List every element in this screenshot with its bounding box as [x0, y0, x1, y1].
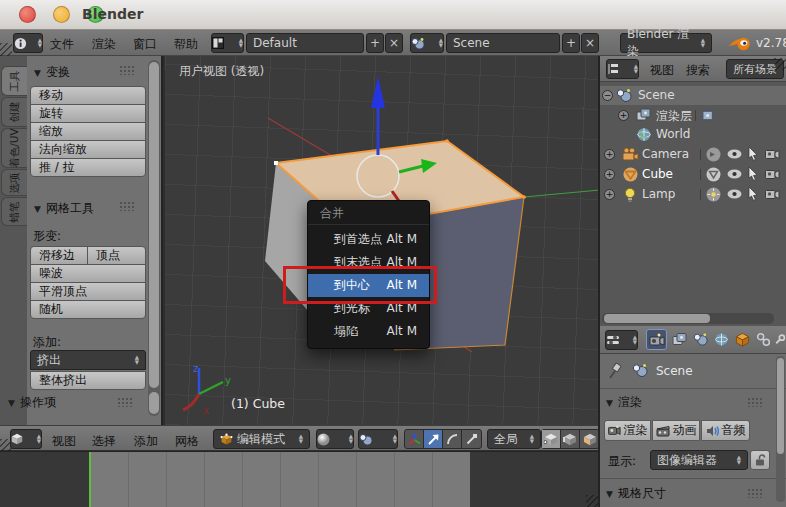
expand-toggle-icon[interactable]: + [604, 189, 615, 200]
panel-grip[interactable] [120, 66, 135, 75]
properties-scrollbar-thumb[interactable] [777, 358, 784, 454]
visibility-eye-icon[interactable] [727, 189, 742, 199]
edge-slide-button[interactable]: 滑移边 [30, 246, 88, 265]
properties-scrollbar[interactable] [776, 356, 785, 502]
outliner-row-world[interactable]: World [600, 125, 786, 144]
renderability-camera-icon[interactable] [765, 148, 780, 160]
menu-view[interactable]: 视图 [52, 433, 76, 450]
outliner-row-cube[interactable]: + Cube [600, 165, 786, 184]
window-close-button[interactable] [19, 6, 36, 23]
timeline-playhead[interactable] [89, 452, 91, 507]
extrude-dropdown[interactable]: 挤出 ▲▼ [30, 350, 146, 370]
timeline-editor[interactable] [0, 451, 600, 507]
collapse-toggle-icon[interactable]: − [602, 90, 613, 101]
transform-move-button[interactable]: 移动 [30, 86, 146, 105]
menu-file[interactable]: 文件 [50, 36, 74, 53]
panel-grip[interactable] [748, 398, 763, 407]
close-layout-button[interactable]: × [385, 33, 403, 53]
shelf-scrollbar[interactable] [148, 60, 160, 416]
menu-help[interactable]: 帮助 [174, 36, 198, 53]
outliner-menu-search[interactable]: 搜索 [686, 62, 710, 79]
shelf-tab-shading-uv[interactable]: 着色/UV [1, 128, 27, 168]
expand-toggle-icon[interactable]: + [618, 110, 629, 121]
manipulator-scale-button[interactable] [462, 430, 481, 448]
face-select-button[interactable] [580, 430, 599, 448]
area-corner-grip[interactable] [774, 58, 786, 70]
transform-orientation-dropdown[interactable]: 全局 ▲▼ [487, 429, 541, 449]
display-mode-dropdown[interactable]: 图像编辑器 ▲▼ [650, 450, 748, 470]
editor-type-selector-info[interactable]: ▲▼ [13, 33, 43, 53]
outliner-menu-view[interactable]: 视图 [650, 62, 674, 79]
outliner-row-lamp[interactable]: + Lamp [600, 185, 786, 204]
tab-modifiers[interactable] [774, 329, 786, 350]
expand-toggle-icon[interactable]: + [604, 169, 615, 180]
add-layout-button[interactable]: + [366, 33, 384, 53]
render-audio-button[interactable]: 音频 [701, 420, 750, 441]
panel-grip[interactable] [118, 398, 133, 407]
add-scene-button[interactable]: + [562, 33, 580, 53]
breadcrumb-scene-label[interactable]: Scene [656, 364, 693, 378]
transform-scale-button[interactable]: 缩放 [30, 122, 146, 141]
editor-type-selector-outliner[interactable]: ▲▼ [606, 59, 639, 79]
horizontal-scrollbar-thumb[interactable] [604, 314, 710, 323]
shelf-scrollbar-thumb[interactable] [149, 62, 159, 388]
vertex-slide-button[interactable]: 顶点 [87, 246, 146, 265]
manipulator-rotate-button[interactable] [443, 430, 462, 448]
scene-selector[interactable]: ▲▼ [410, 33, 444, 53]
close-scene-button[interactable]: × [581, 33, 599, 53]
panel-header-mesh-tools[interactable]: ▼ 网格工具 [34, 200, 94, 217]
shelf-tab-tools[interactable]: 工具 [1, 66, 27, 96]
merge-item-collapse[interactable]: 塌陷Alt M [308, 320, 429, 343]
shelf-tab-grease-pencil[interactable]: 蜡笔 [1, 197, 27, 226]
menu-select[interactable]: 选择 [92, 433, 116, 450]
timeline-frame-range[interactable] [90, 452, 470, 507]
render-animation-button[interactable]: 动画 [652, 420, 700, 441]
interaction-mode-dropdown[interactable]: 编辑模式 ▲▼ [213, 429, 310, 449]
lock-interface-button[interactable] [750, 450, 770, 470]
panel-grip[interactable] [748, 489, 763, 498]
panel-header-operator[interactable]: ▼ 操作项 [8, 394, 56, 411]
horizontal-scrollbar[interactable] [602, 313, 774, 324]
tab-render-layers[interactable] [669, 329, 690, 350]
transform-push-pull-button[interactable]: 推 / 拉 [30, 158, 146, 177]
panel-header-render[interactable]: ▼ 渲染 [606, 394, 642, 411]
screen-layout-selector[interactable]: ▲▼ [211, 33, 244, 53]
menu-render[interactable]: 渲染 [92, 36, 116, 53]
extrude-region-button[interactable]: 整体挤出 [30, 371, 146, 390]
manipulator-toggle-button[interactable] [405, 430, 424, 448]
noise-button[interactable]: 噪波 [30, 264, 146, 283]
transform-shrink-fatten-button[interactable]: 法向缩放 [30, 140, 146, 159]
edge-select-button[interactable] [561, 430, 580, 448]
viewport-3d[interactable]: z y x 用户视图 (透视) (1) Cube 合并 到首选点Alt M 到末… [165, 56, 600, 425]
smooth-vertex-button[interactable]: 平滑顶点 [30, 282, 146, 301]
editor-type-selector-properties[interactable]: ▲▼ [605, 330, 638, 350]
panel-header-dimensions[interactable]: ▼ 规格尺寸 [606, 485, 666, 502]
tab-world[interactable] [711, 329, 732, 350]
render-still-button[interactable]: 渲染 [604, 420, 651, 441]
panel-header-transform[interactable]: ▼ 变换 [34, 64, 70, 81]
area-corner-grip[interactable] [0, 43, 12, 56]
merge-item-at-first[interactable]: 到首选点Alt M [308, 228, 429, 251]
shelf-tab-create[interactable]: 创建 [1, 97, 27, 127]
outliner-row-render-layers[interactable]: + 渲染层 [600, 106, 786, 125]
panel-grip[interactable] [120, 202, 135, 211]
menu-add[interactable]: 添加 [134, 433, 158, 450]
visibility-eye-icon[interactable] [727, 169, 742, 179]
scene-name-field[interactable]: Scene [446, 33, 560, 53]
editor-type-selector-3dview[interactable]: ▲▼ [10, 429, 42, 449]
menu-window[interactable]: 窗口 [133, 36, 157, 53]
render-engine-dropdown[interactable]: Blender 渲染 ▲▼ [620, 33, 712, 53]
shelf-tab-options[interactable]: 选项 [1, 169, 27, 196]
layout-name-field[interactable]: Default [246, 33, 364, 53]
pivot-point-dropdown[interactable]: ▲▼ [358, 429, 398, 449]
menu-mesh[interactable]: 网格 [175, 433, 199, 450]
tab-constraints[interactable] [753, 329, 774, 350]
selectability-cursor-icon[interactable] [748, 147, 758, 161]
tab-object[interactable] [732, 329, 753, 350]
pin-icon[interactable] [608, 362, 625, 380]
expand-toggle-icon[interactable]: + [604, 149, 615, 160]
viewport-shading-dropdown[interactable]: ▲▼ [316, 429, 354, 449]
vertex-select-button[interactable] [542, 430, 561, 448]
tab-scene[interactable] [690, 329, 711, 350]
manipulator-translate-button[interactable] [424, 430, 443, 448]
